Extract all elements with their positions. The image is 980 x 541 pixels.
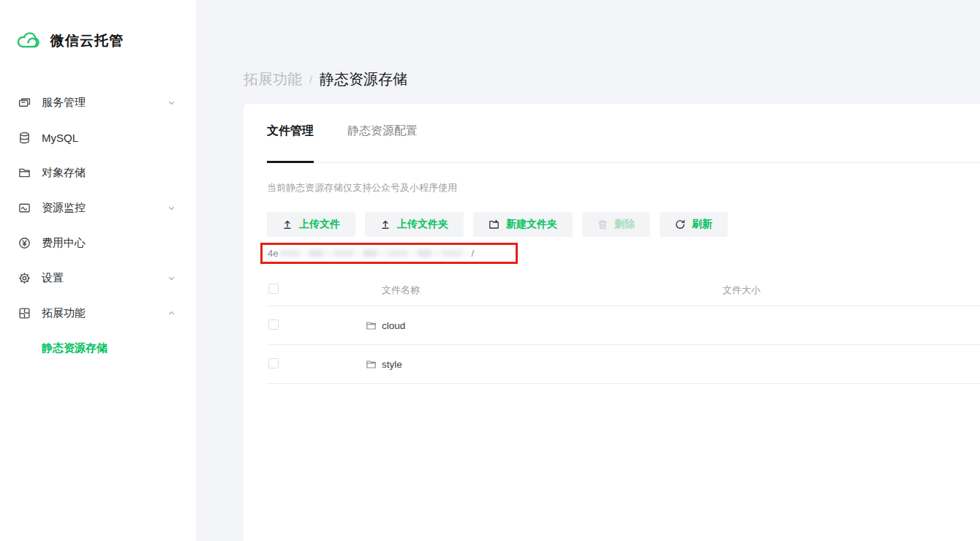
puzzle-icon bbox=[18, 307, 31, 319]
sidebar-item-label: 设置 bbox=[42, 271, 64, 285]
database-icon bbox=[18, 132, 31, 144]
chevron-down-icon bbox=[167, 99, 176, 107]
path-prefix: 4e bbox=[268, 248, 278, 259]
server-icon bbox=[18, 97, 31, 109]
upload-file-button[interactable]: 上传文件 bbox=[267, 212, 355, 237]
trash-icon bbox=[598, 219, 608, 230]
sidebar-nav: 服务管理 MySQL bbox=[0, 85, 196, 366]
folder-icon bbox=[366, 359, 377, 369]
sidebar-item-billing-center[interactable]: 费用中心 bbox=[0, 225, 196, 260]
sidebar-subitem-label: 静态资源存储 bbox=[42, 341, 108, 355]
column-header-file-name: 文件名称 bbox=[366, 284, 723, 297]
folder-icon bbox=[18, 167, 31, 179]
main-area: 拓展功能 / 静态资源存储 文件管理 静态资源配置 当前静态资源存储仅支持公众号… bbox=[196, 0, 980, 541]
path-suffix: / bbox=[471, 248, 474, 259]
tab-file-management[interactable]: 文件管理 bbox=[267, 124, 314, 162]
chevron-down-icon bbox=[167, 274, 176, 282]
sidebar-item-label: 拓展功能 bbox=[42, 306, 86, 320]
column-header-file-size: 文件大小 bbox=[723, 284, 980, 297]
content-card: 文件管理 静态资源配置 当前静态资源存储仅支持公众号及小程序使用 上传文件 bbox=[244, 104, 980, 541]
tab-label: 文件管理 bbox=[267, 124, 314, 137]
sidebar-item-settings[interactable]: 设置 bbox=[0, 260, 196, 295]
redacted-path-blur bbox=[280, 249, 469, 257]
sidebar-item-extended-features[interactable]: 拓展功能 bbox=[0, 295, 196, 330]
sidebar-item-label: 费用中心 bbox=[42, 236, 86, 250]
delete-button[interactable]: 删除 bbox=[582, 212, 650, 237]
upload-folder-button[interactable]: 上传文件夹 bbox=[365, 212, 464, 237]
sidebar-item-object-storage[interactable]: 对象存储 bbox=[0, 155, 196, 190]
page-title: 静态资源存储 bbox=[320, 69, 407, 89]
yuan-circle-icon bbox=[18, 237, 31, 249]
file-name[interactable]: style bbox=[382, 359, 402, 370]
sidebar-item-mysql[interactable]: MySQL bbox=[0, 120, 196, 155]
refresh-button[interactable]: 刷新 bbox=[660, 212, 728, 237]
usage-note: 当前静态资源存储仅支持公众号及小程序使用 bbox=[267, 181, 980, 194]
file-name[interactable]: cloud bbox=[382, 320, 405, 331]
wechat-cloudrun-console: 微信云托管 服务管理 bbox=[0, 0, 980, 541]
sidebar-item-label: 资源监控 bbox=[42, 201, 86, 215]
sidebar-item-service-management[interactable]: 服务管理 bbox=[0, 85, 196, 120]
app-title: 微信云托管 bbox=[50, 31, 124, 50]
app-logo: 微信云托管 bbox=[0, 0, 196, 51]
tab-static-resource-config[interactable]: 静态资源配置 bbox=[347, 124, 418, 162]
refresh-label: 刷新 bbox=[692, 218, 712, 231]
breadcrumb: 拓展功能 / 静态资源存储 bbox=[244, 69, 407, 89]
breadcrumb-parent[interactable]: 拓展功能 bbox=[244, 69, 302, 89]
redaction-annotation-box: 4e / bbox=[260, 243, 518, 264]
file-table: 文件名称 文件大小 cloud bbox=[267, 274, 980, 384]
tab-label: 静态资源配置 bbox=[347, 124, 418, 137]
tab-bar: 文件管理 静态资源配置 bbox=[267, 104, 980, 163]
sidebar-item-label: 对象存储 bbox=[42, 166, 86, 180]
new-folder-button[interactable]: 新建文件夹 bbox=[473, 212, 573, 237]
select-all-checkbox[interactable] bbox=[268, 284, 279, 294]
breadcrumb-separator: / bbox=[309, 74, 312, 86]
folder-icon bbox=[366, 320, 377, 330]
upload-folder-label: 上传文件夹 bbox=[397, 218, 448, 231]
sidebar-item-label: MySQL bbox=[42, 132, 78, 144]
new-folder-label: 新建文件夹 bbox=[506, 218, 557, 231]
table-row[interactable]: cloud bbox=[267, 306, 980, 345]
toolbar: 上传文件 上传文件夹 bbox=[267, 212, 980, 237]
path-bar[interactable]: 4e / bbox=[268, 248, 474, 259]
table-header-row: 文件名称 文件大小 bbox=[267, 274, 980, 306]
row-checkbox[interactable] bbox=[268, 319, 279, 330]
upload-icon bbox=[380, 219, 391, 230]
gear-icon bbox=[18, 272, 31, 284]
sidebar-item-resource-monitor[interactable]: 资源监控 bbox=[0, 190, 196, 225]
delete-label: 删除 bbox=[614, 218, 635, 231]
upload-icon bbox=[282, 219, 293, 230]
upload-file-label: 上传文件 bbox=[299, 218, 340, 231]
sidebar-subitem-static-storage[interactable]: 静态资源存储 bbox=[0, 330, 196, 366]
chevron-up-icon bbox=[167, 309, 176, 317]
monitor-chart-icon bbox=[18, 202, 31, 214]
chevron-down-icon bbox=[167, 204, 176, 212]
sidebar-item-label: 服务管理 bbox=[42, 96, 86, 110]
sidebar: 微信云托管 服务管理 bbox=[0, 0, 196, 541]
new-folder-icon bbox=[489, 219, 500, 230]
row-checkbox[interactable] bbox=[268, 358, 279, 368]
table-row[interactable]: style bbox=[267, 345, 980, 384]
cloud-logo-icon bbox=[16, 31, 41, 51]
refresh-icon bbox=[675, 219, 685, 230]
